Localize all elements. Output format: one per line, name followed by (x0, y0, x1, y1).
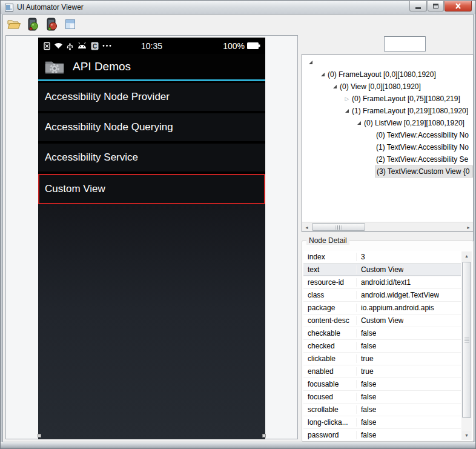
device-list-item-label: Accessibility Node Querying (45, 121, 173, 133)
close-button[interactable] (445, 1, 472, 12)
device-screenshot-compressed-button[interactable] (44, 16, 59, 32)
node-detail-row[interactable]: resource-id android:id/text1 (303, 276, 461, 289)
scroll-down-icon[interactable]: ▼ (462, 431, 471, 440)
tree-node[interactable]: (1) TextView:Accessibility No (302, 141, 473, 153)
node-detail-key: scrollable (303, 405, 357, 414)
node-detail-row[interactable]: enabled true (303, 365, 461, 378)
node-detail-row[interactable]: focusable false (303, 378, 461, 391)
tree-node[interactable]: (3) TextView:Custom View {0 (302, 165, 473, 178)
tree-node[interactable]: (0) FrameLayout [0,0][1080,1920] (302, 68, 473, 81)
node-detail-value: android.widget.TextView (357, 291, 439, 299)
tree-search-input[interactable] (384, 36, 426, 52)
node-detail-row[interactable]: text Custom View (303, 264, 461, 276)
tree-expander-icon[interactable] (343, 109, 351, 113)
tree-node-label: (1) TextView:Accessibility No (375, 142, 470, 153)
node-detail-key: class (303, 291, 357, 299)
node-detail-row[interactable]: checked false (303, 340, 461, 353)
tree-node[interactable] (302, 56, 473, 68)
node-detail-value: false (357, 393, 376, 401)
node-detail-key: content-desc (303, 316, 357, 325)
node-detail-value: false (357, 342, 376, 350)
device-list-item[interactable]: Accessibility Node Provider (38, 83, 265, 111)
tree-node-label: (1) FrameLayout [0,219][1080,1920] (351, 105, 469, 116)
device-screenshot[interactable]: C 10:35 100% (38, 38, 265, 439)
node-detail-row[interactable]: scrollable false (303, 404, 461, 416)
hscroll-thumb[interactable] (312, 223, 365, 231)
tree-node[interactable]: ▷ (0) FrameLayout [0,75][1080,219] (302, 93, 473, 105)
close-icon (455, 3, 461, 9)
device-screenshot-icon (26, 18, 39, 31)
tree-expander-icon[interactable] (319, 73, 326, 76)
node-detail-row[interactable]: password false (303, 429, 461, 440)
maximize-icon (433, 4, 438, 8)
node-detail-row[interactable]: content-desc Custom View (303, 314, 461, 327)
tree-expander-icon[interactable] (307, 61, 314, 64)
minimize-button[interactable] (409, 1, 427, 12)
device-screenshot-compressed-icon (45, 18, 58, 31)
node-detail-key: long-clicka... (303, 418, 357, 427)
title-bar: UI Automator Viewer (1, 1, 475, 14)
node-detail-row[interactable]: checkable false (303, 327, 461, 340)
save-screenshot-button[interactable] (62, 16, 78, 32)
tree-node-label: (0) TextView:Accessibility No (375, 130, 470, 141)
node-detail-group: Node Detail index 3 text Custom View res… (302, 241, 474, 442)
tree-node-label: (0) FrameLayout [0,75][1080,219] (351, 93, 461, 104)
app-window-icon (5, 4, 13, 12)
tree-node[interactable]: (0) ListView [0,219][1080,1920] (302, 117, 473, 129)
device-list-item[interactable]: Accessibility Service (38, 144, 265, 171)
scroll-up-icon[interactable]: ▲ (462, 251, 471, 261)
device-list: Accessibility Node Provider Accessibilit… (38, 83, 265, 204)
open-folder-icon (7, 19, 21, 30)
tree-horizontal-scrollbar[interactable]: ◄ ► (302, 222, 473, 231)
device-status-bar: C 10:35 100% (38, 38, 265, 54)
vscroll-thumb[interactable] (462, 262, 471, 418)
hierarchy-tree-panel: (0) FrameLayout [0,0][1080,1920] (0) Vie… (302, 54, 474, 232)
node-detail-row[interactable]: clickable true (303, 353, 461, 365)
node-detail-key: password (303, 431, 357, 439)
node-detail-key: focusable (303, 380, 357, 388)
node-detail-row[interactable]: package io.appium.android.apis (303, 302, 461, 314)
save-screenshot-icon (64, 18, 76, 30)
tree-node[interactable]: (2) TextView:Accessibility Se (302, 153, 473, 165)
node-detail-row[interactable]: class android.widget.TextView (303, 289, 461, 302)
scroll-left-icon[interactable]: ◄ (302, 223, 311, 231)
node-detail-value: true (357, 354, 374, 363)
device-list-item[interactable]: Custom View (38, 174, 265, 204)
window-bottom-edge (1, 442, 475, 448)
node-detail-key: package (303, 304, 357, 312)
device-action-bar: API Demos (38, 54, 265, 81)
tree-node-label: (0) View [0,0][1080,1920] (339, 81, 422, 92)
tree-expander-icon[interactable] (331, 85, 339, 88)
node-detail-row[interactable]: focused false (303, 391, 461, 404)
toolbar (3, 15, 473, 34)
grip-icon (464, 338, 469, 343)
tree-rows: (0) FrameLayout [0,0][1080,1920] (0) Vie… (302, 56, 473, 221)
node-detail-value: false (357, 431, 376, 439)
detail-vertical-scrollbar[interactable]: ▲ ▼ (461, 251, 472, 440)
maximize-button[interactable] (428, 1, 444, 12)
device-screenshot-button[interactable] (25, 16, 41, 32)
resize-handle-right[interactable] (262, 434, 266, 437)
battery-icon (247, 42, 260, 50)
scroll-right-icon[interactable]: ► (464, 223, 473, 231)
open-file-button[interactable] (6, 16, 22, 32)
minimize-icon (415, 7, 421, 9)
node-detail-value: Custom View (357, 316, 403, 325)
node-detail-value: 3 (357, 253, 365, 261)
node-detail-value: io.appium.android.apis (357, 304, 434, 312)
tree-node[interactable]: (1) FrameLayout [0,219][1080,1920] (302, 105, 473, 117)
tree-node-label: (0) FrameLayout [0,0][1080,1920] (326, 69, 437, 80)
tree-node-label: (0) ListView [0,219][1080,1920] (363, 118, 466, 128)
device-list-item[interactable]: Accessibility Node Querying (38, 113, 265, 141)
tree-expander-icon[interactable] (355, 121, 363, 125)
tree-node[interactable]: (0) View [0,0][1080,1920] (302, 81, 473, 93)
tree-node-label (314, 61, 317, 64)
tree-expander-icon[interactable]: ▷ (343, 96, 351, 102)
battery-percent: 100% (223, 41, 245, 51)
screenshot-panel: C 10:35 100% (5, 35, 298, 439)
node-detail-key: enabled (303, 367, 357, 376)
node-detail-row[interactable]: index 3 (303, 251, 461, 264)
node-detail-row[interactable]: long-clicka... false (303, 416, 461, 429)
tree-node[interactable]: (0) TextView:Accessibility No (302, 129, 473, 141)
resize-handle-left[interactable] (38, 434, 41, 437)
